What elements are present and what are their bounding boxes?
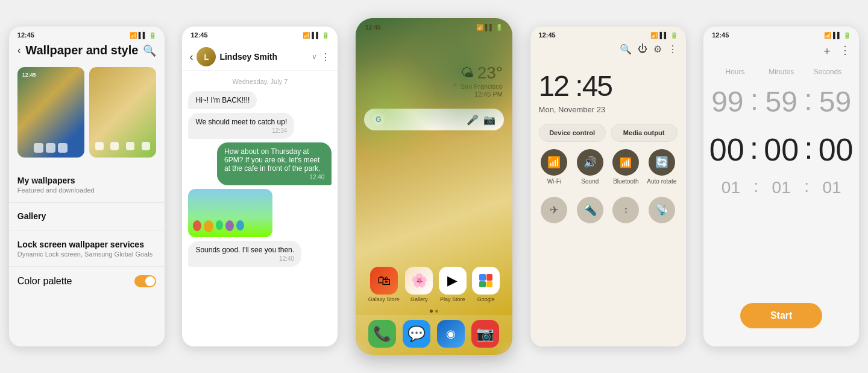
top-hours[interactable]: 99	[706, 85, 749, 118]
qs-tile-bluetooth[interactable]: 📶 Bluetooth	[611, 149, 642, 185]
lock-screen-title: Lock screen wallpaper services	[17, 240, 156, 249]
message-bubble-5: Sounds good. I'll see you then. 12:40	[188, 241, 301, 267]
device-control-btn[interactable]: Device control	[539, 124, 606, 142]
more-timer-icon[interactable]: ⋮	[840, 43, 851, 58]
back-icon-msg[interactable]: ‹	[189, 51, 193, 63]
date-label: Wednesday, July 7	[182, 71, 338, 89]
my-wallpapers-title: My wallpapers	[17, 176, 156, 185]
bottom-minutes[interactable]: 01	[760, 178, 803, 197]
autorotate-tile-icon: 🔄	[649, 149, 675, 176]
top-minutes[interactable]: 59	[760, 85, 803, 118]
media-output-btn[interactable]: Media output	[611, 124, 678, 142]
main-hours[interactable]: 00	[705, 132, 749, 168]
menu-item-my-wallpapers[interactable]: My wallpapers Featured and downloaded	[9, 167, 165, 203]
message-bubble-1: Hi~! I'm BACK!!!!	[188, 91, 257, 109]
msg-time-5: 12:40	[195, 255, 294, 262]
colon-sub-1: :	[753, 177, 758, 199]
rss-tile-icon: 📡	[649, 197, 675, 223]
colon-1: :	[750, 83, 758, 120]
chevron-down-icon[interactable]: ∨	[312, 53, 317, 61]
main-minutes[interactable]: 00	[760, 132, 803, 168]
timer-main-values: 00 : 00 : 00	[703, 125, 859, 174]
qs-tiles-row1: 📶 Wi-Fi 🔊 Sound 📶 Bluetooth 🔄 Auto rotat…	[530, 149, 686, 192]
flashlight-tile-icon: 🔦	[577, 197, 603, 223]
dock-camera[interactable]: 📷	[471, 320, 499, 348]
wp-preview-home[interactable]	[89, 67, 156, 158]
qs-tiles-row2: ✈ 🔦 ↕ 📡	[530, 197, 686, 223]
settings-icon-qs[interactable]: ⚙	[653, 43, 662, 55]
qs-control-icons: 🔍 ⏻ ⚙ ⋮	[530, 41, 686, 57]
status-icons-wallpaper: 📶 ▌▌ 🔋	[130, 32, 156, 39]
bottom-seconds[interactable]: 01	[810, 178, 854, 197]
apps-row: 🛍 Galaxy Store 🌸 Gallery ▶ Play Store Go…	[356, 262, 512, 307]
page-title-wallpaper: Wallpaper and style	[25, 43, 138, 57]
bluetooth-tile-icon: 📶	[612, 149, 639, 176]
color-palette-title: Color palette	[17, 276, 72, 287]
menu-item-color-palette[interactable]: Color palette	[9, 267, 165, 296]
menu-item-gallery[interactable]: Gallery	[9, 203, 165, 231]
start-button[interactable]: Start	[740, 303, 822, 328]
wp-dot	[46, 143, 55, 153]
menu-item-lock-screen[interactable]: Lock screen wallpaper services Dynamic L…	[9, 231, 165, 267]
search-icon-wallpaper[interactable]: 🔍	[143, 44, 156, 57]
qs-tile-flashlight[interactable]: 🔦	[574, 197, 606, 223]
gallery-label: Gallery	[410, 296, 428, 302]
wp-dot	[58, 143, 68, 153]
app-google[interactable]: Google	[472, 267, 500, 302]
qs-tile-rss[interactable]: 📡	[646, 197, 678, 223]
gallery-icon: 🌸	[405, 267, 433, 295]
time-timer: 12:45	[712, 31, 729, 39]
wifi-tile-icon: 📶	[541, 149, 567, 176]
signal-icon-timer: ▌▌	[833, 32, 841, 39]
qs-tile-autorotate[interactable]: 🔄 Auto rotate	[646, 149, 678, 185]
dock-messages[interactable]: 💬	[403, 320, 430, 348]
qs-tile-sound[interactable]: 🔊 Sound	[574, 149, 606, 185]
bottom-hours[interactable]: 01	[709, 178, 752, 197]
more-options-icon[interactable]: ⋮	[321, 51, 330, 63]
timer-labels: Hours Minutes Seconds	[703, 65, 859, 78]
back-icon[interactable]: ‹	[17, 44, 21, 57]
colon-sub-2: :	[804, 177, 809, 199]
dock-row: 📞 💬 ◉ 📷	[356, 315, 512, 355]
colon-main-2: :	[804, 130, 813, 170]
sound-tile-label: Sound	[581, 178, 599, 185]
airplane-tile-icon: ✈	[541, 197, 567, 223]
message-bubble-2: We should meet to catch up! 12:34	[188, 113, 294, 139]
status-bar-messages: 12:45 📶 ▌▌ 🔋	[182, 27, 338, 41]
timer-header-controls: ＋ ⋮	[703, 41, 859, 65]
colon-2: :	[804, 83, 812, 120]
timer-panel: 12:45 📶 ▌▌ 🔋 ＋ ⋮ Hours Minutes Seconds 9…	[703, 27, 859, 346]
wifi-tile-label: Wi-Fi	[547, 178, 561, 185]
power-icon-qs[interactable]: ⏻	[638, 43, 647, 55]
app-galaxy-store[interactable]: 🛍 Galaxy Store	[368, 267, 400, 302]
dock-phone[interactable]: 📞	[368, 320, 396, 348]
more-icon-qs[interactable]: ⋮	[668, 43, 678, 55]
top-seconds[interactable]: 59	[814, 85, 857, 118]
home-screen-panel: 12:45 📶 ▌▌ 🔋 🌤 23° 📍 San Francisco 12:45…	[356, 18, 512, 355]
status-icons-qs: 📶 ▌▌ 🔋	[650, 31, 677, 39]
play-store-icon: ▶	[439, 267, 467, 295]
qs-tile-wifi[interactable]: 📶 Wi-Fi	[539, 149, 570, 185]
app-play-store[interactable]: ▶ Play Store	[439, 267, 467, 302]
message-bubble-3: How about on Thursday at 6PM? If you are…	[217, 142, 332, 185]
header-bar-wallpaper: ‹ Wallpaper and style 🔍	[9, 41, 165, 62]
contact-avatar: L	[197, 47, 216, 66]
search-icon-qs[interactable]: 🔍	[620, 43, 632, 55]
signal-icon-qs: ▌▌	[659, 32, 668, 39]
dock-bixby[interactable]: ◉	[437, 320, 465, 348]
timer-bottom-values: 01 : 01 : 01	[703, 174, 859, 201]
sound-tile-icon: 🔊	[577, 149, 603, 176]
status-bar-wallpaper: 12:45 📶 ▌▌ 🔋	[9, 27, 165, 41]
signal-icon-msg: ▌▌	[312, 32, 320, 39]
lock-screen-sub: Dynamic Lock screen, Samsung Global Goal…	[17, 250, 156, 258]
qs-tile-airplane[interactable]: ✈	[539, 197, 570, 223]
google-app-label: Google	[477, 296, 495, 302]
color-palette-toggle[interactable]	[134, 275, 156, 287]
qs-tile-datasaver[interactable]: ↕	[611, 197, 642, 223]
signal-icon: ▌▌	[139, 32, 147, 39]
main-seconds[interactable]: 00	[814, 132, 858, 168]
wp-dot	[34, 143, 43, 153]
app-gallery[interactable]: 🌸 Gallery	[405, 267, 433, 302]
add-timer-icon[interactable]: ＋	[822, 43, 832, 58]
wp-preview-lock[interactable]: 12:45	[17, 67, 84, 158]
